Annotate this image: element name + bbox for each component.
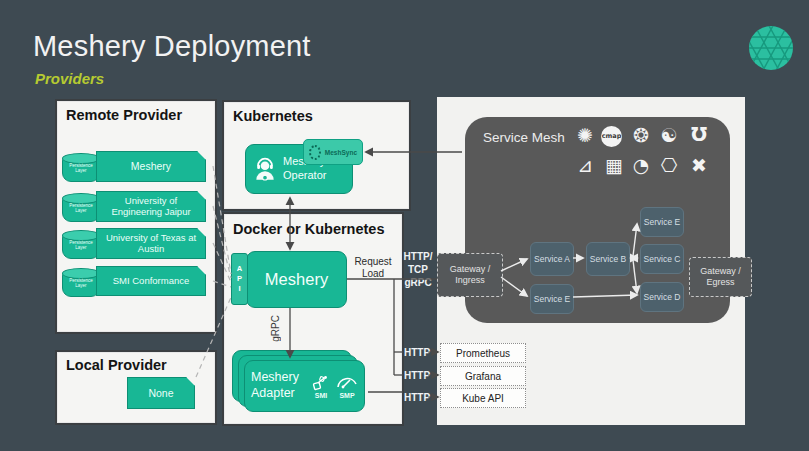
kube-api-box[interactable]: Kube API — [440, 388, 526, 408]
persistence-label: Persistence Layer — [63, 240, 99, 251]
service-mesh-title: Service Mesh — [483, 130, 565, 145]
persistence-cylinder: Persistence Layer — [62, 233, 100, 259]
service-mesh-logo-8: ◔ — [628, 156, 654, 175]
service-mesh-logo-10: ✖ — [686, 156, 712, 175]
grpc-label: gRPC — [270, 315, 281, 342]
http-label-1: HTTP — [400, 346, 434, 359]
provider-item-uni-texas[interactable]: University of Texas at Austin — [96, 228, 206, 259]
service-mesh-logo-2: cmap — [601, 126, 622, 147]
service-mesh-logo-9: ⎔ — [656, 156, 682, 175]
protocol-line: HTTP/ — [399, 250, 437, 263]
prometheus-box[interactable]: Prometheus — [440, 343, 526, 363]
protocol-line: TCP — [399, 263, 437, 276]
service-mesh-logo-3: ❂ — [628, 126, 654, 145]
service-mesh-logo-6: ⊿ — [572, 156, 598, 175]
smi-label: SMI — [315, 392, 327, 399]
gateway-ingress-box[interactable]: Gateway / Ingress — [437, 253, 503, 297]
smp-label: SMP — [339, 392, 354, 399]
provider-item-none[interactable]: None — [127, 377, 195, 409]
kubernetes-title: Kubernetes — [233, 108, 313, 124]
meshsync-label: MeshSync — [325, 149, 357, 156]
service-mesh-logo-5: Ʊ — [686, 125, 712, 144]
persistence-label: Persistence Layer — [63, 278, 99, 289]
persistence-label: Persistence Layer — [63, 203, 99, 214]
ingress-protocols-label: HTTP/ TCP gRPC — [399, 250, 437, 289]
service-b-box[interactable]: Service B — [586, 242, 630, 276]
operator-icon — [252, 156, 278, 182]
meshery-adapter-label: Meshery Adapter — [251, 370, 306, 401]
meshsync-icon — [309, 145, 321, 160]
persistence-cylinder: Persistence Layer — [62, 156, 100, 182]
http-label-3: HTTP — [400, 391, 434, 404]
provider-item-smi-conformance[interactable]: SMI Conformance — [96, 266, 206, 296]
service-e-bottom-box[interactable]: Service E — [530, 284, 574, 314]
page-title: Meshery Deployment — [33, 30, 311, 63]
meshery-api-tab[interactable]: API — [231, 253, 248, 305]
service-mesh-logo-4: ☯ — [656, 126, 682, 145]
meshery-logo-icon — [747, 24, 795, 72]
slide: Meshery Deployment Providers Remote Prov… — [0, 0, 809, 451]
persistence-label: Persistence Layer — [63, 163, 99, 174]
provider-item-meshery[interactable]: Meshery — [96, 151, 206, 182]
smi-icon — [312, 374, 330, 392]
smp-badge: SMP — [336, 374, 358, 399]
meshery-adapter-box[interactable]: Meshery Adapter SMI SMP — [244, 360, 365, 412]
remote-provider-title: Remote Provider — [66, 107, 182, 123]
protocol-line: gRPC — [399, 276, 437, 289]
service-c-box[interactable]: Service C — [640, 244, 684, 274]
service-d-box[interactable]: Service D — [640, 282, 684, 312]
docker-title: Docker or Kubernetes — [233, 221, 385, 237]
local-provider-title: Local Provider — [66, 357, 167, 373]
request-load-label: Request Load — [350, 256, 396, 280]
grafana-box[interactable]: Grafana — [440, 366, 526, 386]
service-mesh-logo-1: ✺ — [572, 126, 598, 145]
service-a-box[interactable]: Service A — [530, 242, 574, 276]
meshery-label: Meshery — [265, 270, 328, 289]
smi-badge: SMI — [312, 374, 330, 399]
service-mesh-logo-7: ▦ — [601, 156, 627, 175]
persistence-cylinder: Persistence Layer — [62, 196, 100, 222]
provider-item-uni-jaipur[interactable]: University of Engineering Jaipur — [96, 191, 206, 222]
persistence-cylinder: Persistence Layer — [62, 271, 100, 297]
smp-icon — [336, 374, 358, 392]
meshery-box[interactable]: Meshery — [246, 251, 347, 308]
gateway-egress-box[interactable]: Gateway / Egress — [689, 257, 752, 297]
http-label-2: HTTP — [400, 369, 434, 382]
meshsync-box[interactable]: MeshSync — [303, 139, 363, 165]
page-subtitle: Providers — [35, 70, 104, 87]
service-e-top-box[interactable]: Service E — [640, 207, 684, 237]
